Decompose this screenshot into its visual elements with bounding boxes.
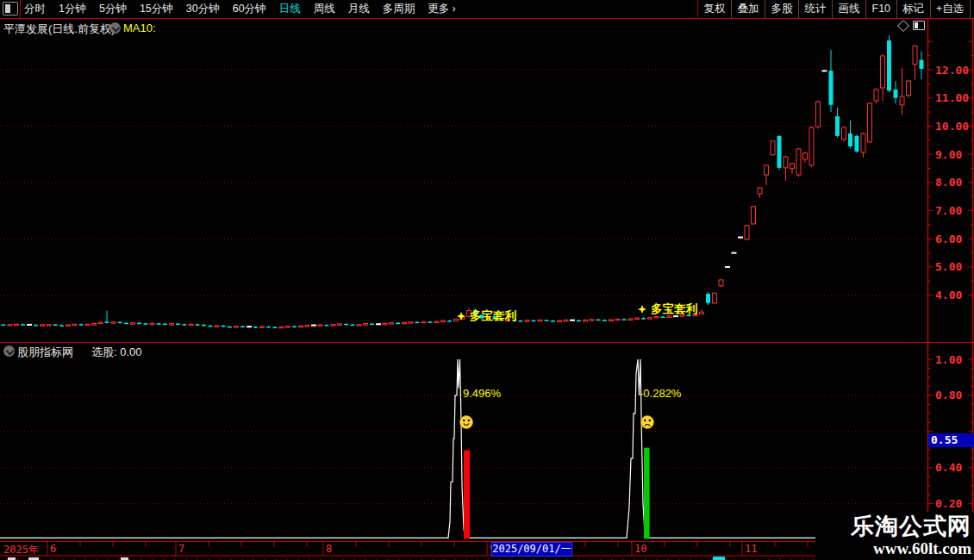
collapse-chevron-icon[interactable] [3,345,15,357]
candle-up [338,324,342,326]
period-tab-2[interactable]: 5分钟 [99,2,127,16]
candle-down [34,325,38,327]
candle-down [124,323,128,325]
face-eye [644,420,646,421]
watermark-site-url: www.60lt.com [815,539,971,558]
candle-up [590,320,594,321]
buy-signal-annotation: 多宝套利 [470,309,517,322]
candle-down [183,324,187,326]
candle-up [234,327,239,328]
candle-up [700,312,704,314]
candle-up [758,188,762,194]
tool-button-2[interactable]: 多股 [765,0,798,18]
tool-button-6[interactable]: 标记 [896,0,930,18]
candle-down [53,325,58,327]
candle-up [719,280,723,286]
period-tab-4[interactable]: 30分钟 [186,2,220,16]
frown-face-icon [641,416,654,429]
candle-down [21,324,25,326]
toolbar-divider [20,0,21,18]
period-tab-6[interactable]: 日线 [279,2,301,16]
candle-down [176,324,180,326]
candle-up [809,128,814,165]
candle-up [784,157,788,168]
candle-down [641,318,646,320]
buy-signal-annotation: 多宝套利 [651,302,698,315]
face-eye [649,420,651,421]
chart-title: 平潭发展(日线.前复权) [3,22,115,37]
candle-up [409,322,413,324]
candle-up [796,149,801,175]
candle-down [887,40,891,90]
candle-up [881,56,885,88]
candle-up [72,324,77,326]
candle-up [900,96,904,105]
period-tab-3[interactable]: 15分钟 [140,2,173,16]
candle-down [855,136,859,152]
price-tick-label: 8.00 [935,176,962,189]
candle-up [299,326,303,327]
candle-up [745,226,749,240]
window-split-icon[interactable] [3,2,18,16]
selected-date-badge[interactable]: 2025/09/01/一 [491,542,572,557]
watermark-site-name: 乐淘公式网 [815,513,971,539]
tool-button-5[interactable]: F10 [865,0,896,18]
month-label: 8 [326,543,332,555]
period-tab-5[interactable]: 60分钟 [233,2,266,16]
tool-button-0[interactable]: 复权 [698,0,731,18]
tool-button-7[interactable]: +自选 [930,0,970,18]
period-tab-0[interactable]: 分时 [24,2,46,16]
candle-down [519,320,523,322]
tool-button-4[interactable]: 画线 [832,0,865,18]
candle-down [59,325,64,327]
candle-up [92,324,97,326]
signal-value-label: 9.496% [463,387,502,400]
period-tab-7[interactable]: 周线 [314,2,335,16]
candle-up [8,325,12,327]
candle-down [144,323,148,325]
candle-up [421,321,426,323]
period-tab-1[interactable]: 1分钟 [59,2,86,16]
candle-down [2,325,6,327]
indicator-tick-label: 0.40 [935,461,962,474]
candle-doji [673,315,678,317]
candle-up [111,322,116,324]
candle-down [396,323,400,325]
signal-bar [464,451,470,539]
indicator-tick-label: 1.00 [935,353,962,366]
collapse-chevron-icon[interactable] [109,22,121,34]
panel-split-icon[interactable] [913,21,925,30]
candle-down [596,320,601,321]
candle-down [209,326,213,327]
period-tab-8[interactable]: 月线 [348,2,370,16]
candle-down [253,327,258,328]
candle-down [447,320,452,322]
candle-down [118,322,122,324]
candle-down [848,134,852,146]
candle-down [292,327,297,328]
period-tab-10[interactable]: 更多 › [428,2,456,16]
ma10-label: MA10: [123,22,156,34]
tool-button-3[interactable]: 统计 [798,0,832,18]
candle-down [370,324,374,326]
tool-button-1[interactable]: 叠加 [731,0,765,18]
period-tabs: 分时1分钟5分钟15分钟30分钟60分钟日线周线月线多周期更多 › [24,0,456,18]
candle-up [628,319,633,320]
candle-up [390,323,394,325]
top-toolbar: 分时1分钟5分钟15分钟30分钟60分钟日线周线月线多周期更多 › 复权叠加多股… [0,0,974,19]
candle-down [603,320,607,321]
candle-up [842,128,846,140]
candle-up [441,320,446,322]
sparkle-icon [638,305,646,314]
candle-down [222,326,226,327]
tool-button-8[interactable]: 返回 [970,0,974,18]
candle-up [635,318,640,320]
candle-down [661,316,665,318]
candle-down [325,325,329,327]
period-tab-9[interactable]: 多周期 [383,2,415,16]
candle-up [648,318,652,320]
candle-up [434,321,439,323]
candle-up [874,90,878,101]
candle-down [79,324,84,326]
price-tick-label: 11.00 [935,91,969,104]
